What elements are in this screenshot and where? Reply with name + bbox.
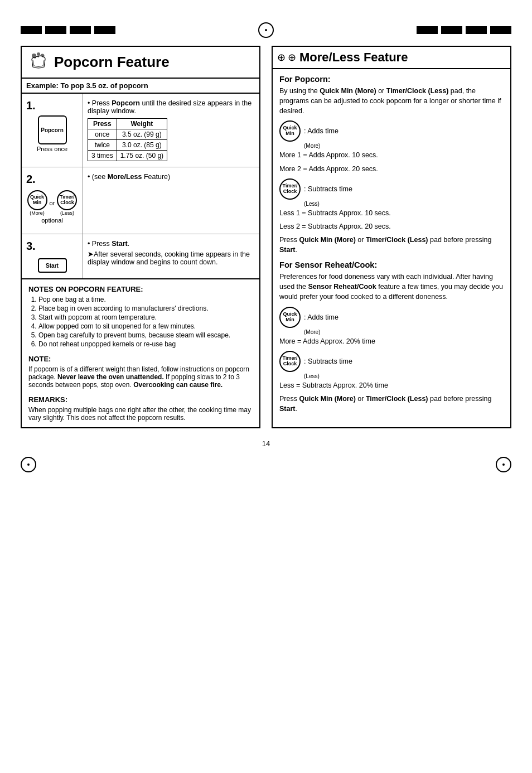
reg-circle-bottom-right bbox=[496, 457, 511, 472]
step-3-instruction: • Press Start. bbox=[88, 240, 255, 248]
quick-min-icon: QuickMin bbox=[27, 190, 47, 210]
top-left-bars bbox=[21, 26, 115, 34]
sensor-quick-min-button: QuickMin bbox=[279, 307, 301, 328]
note-item: Allow popped corn to sit unopened for a … bbox=[38, 322, 253, 330]
note-item: Place bag in oven according to manufactu… bbox=[38, 305, 253, 312]
bottom-reg-marks bbox=[21, 457, 511, 472]
step-1-row: 1. Popcorn Press once • Press Popcorn un… bbox=[22, 94, 259, 167]
step-1-num: 1. bbox=[26, 99, 36, 112]
two-column-layout: Popcorn Feature Example: To pop 3.5 oz. … bbox=[21, 46, 511, 428]
less-label-right: (Less) bbox=[304, 201, 504, 207]
more2-text: More 2 = Adds Approx. 20 secs. bbox=[279, 164, 504, 174]
table-cell: 3 times bbox=[88, 151, 117, 161]
bar6 bbox=[441, 26, 462, 34]
step-2-row: 2. QuickMin (More) or Timer/Clock (Less) bbox=[22, 167, 259, 234]
sensor-timer-subtracts-text: : Subtracts time bbox=[304, 357, 352, 365]
for-popcorn-title: For Popcorn: bbox=[279, 75, 504, 84]
remarks-text: When popping multiple bags one right aft… bbox=[28, 406, 253, 422]
step-3-detail: ➤After several seconds, cooking time app… bbox=[88, 250, 255, 266]
bar8 bbox=[490, 26, 511, 34]
table-row: once 3.5 oz. (99 g) bbox=[88, 129, 167, 140]
bar5 bbox=[417, 26, 438, 34]
sensor-timer-row: Timer/Clock : Subtracts time bbox=[279, 351, 504, 372]
note-title: NOTE: bbox=[28, 355, 253, 363]
left-header: Popcorn Feature bbox=[22, 47, 259, 79]
reg-circle-top-center bbox=[258, 22, 274, 38]
remarks-block: REMARKS: When popping multiple bags one … bbox=[28, 395, 253, 422]
right-body: For Popcorn: By using the Quick Min (Mor… bbox=[273, 69, 510, 423]
left-column: Popcorn Feature Example: To pop 3.5 oz. … bbox=[21, 46, 260, 428]
or-label: or bbox=[50, 200, 55, 206]
step-2-num: 2. bbox=[26, 173, 36, 186]
for-sensor-title: For Sensor Reheat/Cook: bbox=[279, 260, 504, 269]
step-2-left: 2. QuickMin (More) or Timer/Clock (Less) bbox=[22, 167, 83, 234]
top-right-bars bbox=[417, 26, 511, 34]
step-3-left: 3. Start bbox=[22, 234, 83, 278]
step-2-icons: QuickMin (More) or Timer/Clock (Less) bbox=[27, 190, 78, 216]
more-label: (More) bbox=[30, 210, 45, 216]
more1-text: More 1 = Adds Approx. 10 secs. bbox=[279, 150, 504, 160]
table-row: twice 3.0 oz. (85 g) bbox=[88, 140, 167, 151]
notes-title: NOTES ON POPCORN FEATURE: bbox=[28, 285, 253, 293]
popcorn-button-icon: Popcorn bbox=[38, 115, 67, 144]
bar4 bbox=[94, 26, 115, 34]
table-header-press: Press bbox=[88, 119, 117, 129]
dot bbox=[27, 463, 30, 466]
sensor-more-label: (More) bbox=[304, 329, 504, 335]
bar2 bbox=[45, 26, 66, 34]
notes-section: NOTES ON POPCORN FEATURE: Pop one bag at… bbox=[22, 278, 259, 427]
sensor-more-text: More = Adds Approx. 20% time bbox=[279, 336, 504, 346]
reg-circle-center-dot bbox=[265, 29, 267, 31]
bar7 bbox=[466, 26, 487, 34]
quick-min-button: QuickMin bbox=[279, 120, 301, 142]
quick-min-wrap: QuickMin (More) bbox=[27, 190, 47, 216]
more-label-right: (More) bbox=[304, 143, 504, 149]
bar1 bbox=[21, 26, 42, 34]
step-1-label: Press once bbox=[37, 146, 67, 152]
sensor-press-text: Press Quick Min (More) or Timer/Clock (L… bbox=[279, 394, 504, 414]
table-cell: 3.0 oz. (85 g) bbox=[117, 140, 167, 151]
timer-clock-button: Timer/Clock bbox=[279, 178, 301, 200]
table-cell: 1.75 oz. (50 g) bbox=[117, 151, 167, 161]
press-more-less-text-1: Press Quick Min (More) or Timer/Clock (L… bbox=[279, 235, 504, 255]
less-label: (Less) bbox=[60, 210, 74, 216]
remarks-title: REMARKS: bbox=[28, 395, 253, 404]
note-item: Pop one bag at a time. bbox=[38, 296, 253, 303]
for-sensor-text: Preferences for food doneness vary with … bbox=[279, 272, 504, 302]
note-item: Open bag carefully to prevent burns, bec… bbox=[38, 331, 253, 339]
bar3 bbox=[70, 26, 91, 34]
step-3-num: 3. bbox=[26, 240, 36, 253]
page-number: 14 bbox=[262, 439, 270, 448]
note-text: If popcorn is of a different weight than… bbox=[28, 365, 253, 389]
step-2-instruction: • (see More/Less Feature) bbox=[88, 173, 255, 181]
steps-area: 1. Popcorn Press once • Press Popcorn un… bbox=[22, 94, 259, 278]
left-title: Popcorn Feature bbox=[54, 54, 170, 71]
page-container: Popcorn Feature Example: To pop 3.5 oz. … bbox=[17, 22, 515, 472]
table-header-weight: Weight bbox=[117, 119, 167, 129]
quick-min-row: QuickMin : Adds time bbox=[279, 120, 504, 142]
step-2-right: • (see More/Less Feature) bbox=[83, 167, 259, 234]
top-reg-marks bbox=[21, 22, 511, 38]
for-popcorn-text: By using the Quick Min (More) or Timer/C… bbox=[279, 86, 504, 116]
sensor-quick-adds-text: : Adds time bbox=[304, 313, 338, 321]
right-column: ⊕ ⊕ More/Less Feature For Popcorn: By us… bbox=[272, 46, 511, 428]
timer-clock-wrap: Timer/Clock (Less) bbox=[57, 190, 77, 216]
timer-subtracts-text: : Subtracts time bbox=[304, 185, 352, 193]
step-1-left: 1. Popcorn Press once bbox=[22, 94, 83, 167]
timer-clock-icon: Timer/Clock bbox=[57, 190, 77, 210]
sensor-less-label: (Less) bbox=[304, 373, 504, 379]
svg-point-1 bbox=[37, 52, 40, 56]
table-cell: once bbox=[88, 129, 117, 140]
step-1-instruction: • Press Popcorn until the desired size a… bbox=[88, 99, 255, 115]
table-cell: 3.5 oz. (99 g) bbox=[117, 129, 167, 140]
sensor-quick-min-row: QuickMin : Adds time bbox=[279, 307, 504, 328]
less1-text: Less 1 = Subtracts Approx. 10 secs. bbox=[279, 208, 504, 218]
table-cell: twice bbox=[88, 140, 117, 151]
less2-text: Less 2 = Subtracts Approx. 20 secs. bbox=[279, 221, 504, 231]
table-row: 3 times 1.75 oz. (50 g) bbox=[88, 151, 167, 161]
right-header: ⊕ ⊕ More/Less Feature bbox=[273, 47, 510, 69]
step-1-right: • Press Popcorn until the desired size a… bbox=[83, 94, 259, 167]
example-bar: Example: To pop 3.5 oz. of popcorn bbox=[22, 79, 259, 94]
quick-min-adds-text: : Adds time bbox=[304, 127, 338, 135]
note-item: Start with popcorn at room temperature. bbox=[38, 313, 253, 321]
